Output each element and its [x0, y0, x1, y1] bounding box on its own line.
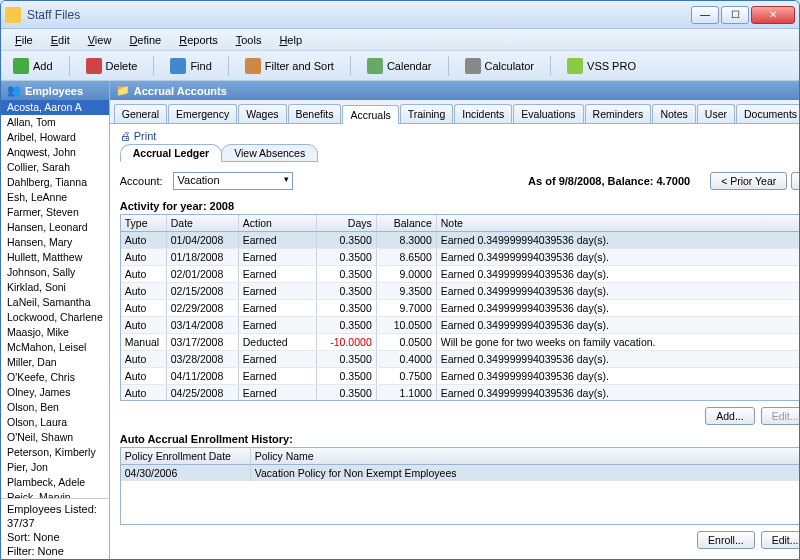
- main-title: Accrual Accounts: [134, 85, 227, 97]
- activity-row[interactable]: Auto03/14/2008Earned0.350010.0500Earned …: [121, 317, 800, 334]
- account-row: Account: Vacation As of 9/8/2008, Balanc…: [120, 172, 800, 190]
- maximize-button[interactable]: ☐: [721, 6, 749, 24]
- employee-item[interactable]: Kirklad, Soni: [1, 280, 109, 295]
- tab-benefits[interactable]: Benefits: [288, 104, 342, 123]
- prior-year-button[interactable]: < Prior Year: [710, 172, 787, 190]
- activity-row[interactable]: Auto04/11/2008Earned0.35000.7500Earned 0…: [121, 368, 800, 385]
- employee-item[interactable]: Anqwest, John: [1, 145, 109, 160]
- column-days[interactable]: Days: [317, 215, 377, 231]
- tab-training[interactable]: Training: [400, 104, 454, 123]
- employee-item[interactable]: O'Keefe, Chris: [1, 370, 109, 385]
- subtab-accrual-ledger[interactable]: Accrual Ledger: [120, 144, 222, 162]
- tab-evaluations[interactable]: Evaluations: [513, 104, 583, 123]
- toolbar-delete[interactable]: Delete: [80, 56, 144, 76]
- employee-list[interactable]: Acosta, Aaron AAllan, TomAribel, HowardA…: [1, 100, 109, 498]
- sidebar-header: 👥 Employees: [1, 81, 109, 100]
- employee-item[interactable]: McMahon, Leisel: [1, 340, 109, 355]
- menu-view[interactable]: View: [80, 32, 120, 48]
- activity-row[interactable]: Auto02/15/2008Earned0.35009.3500Earned 0…: [121, 283, 800, 300]
- column-note[interactable]: Note: [437, 215, 800, 231]
- tab-documents[interactable]: Documents: [736, 104, 800, 123]
- column-date[interactable]: Date: [167, 215, 239, 231]
- menu-tools[interactable]: Tools: [228, 32, 270, 48]
- history-body[interactable]: 04/30/2006Vacation Policy for Non Exempt…: [121, 465, 800, 524]
- activity-row[interactable]: Auto03/28/2008Earned0.35000.4000Earned 0…: [121, 351, 800, 368]
- employee-sidebar: 👥 Employees Acosta, Aaron AAllan, TomAri…: [1, 81, 110, 560]
- add-icon: [13, 58, 29, 74]
- tab-emergency[interactable]: Emergency: [168, 104, 237, 123]
- subtab-view-absences[interactable]: View Absences: [221, 144, 318, 162]
- tab-accruals[interactable]: Accruals: [342, 105, 398, 124]
- toolbar-calculator[interactable]: Calculator: [459, 56, 541, 76]
- employee-item[interactable]: Aribel, Howard: [1, 130, 109, 145]
- menu-define[interactable]: Define: [121, 32, 169, 48]
- employee-item[interactable]: Collier, Sarah: [1, 160, 109, 175]
- history-column[interactable]: Policy Name: [251, 448, 800, 464]
- employee-item[interactable]: Plambeck, Adele: [1, 475, 109, 490]
- employee-item[interactable]: Hullett, Matthew: [1, 250, 109, 265]
- employee-item[interactable]: Esh, LeAnne: [1, 190, 109, 205]
- column-balance[interactable]: Balance: [377, 215, 437, 231]
- column-action[interactable]: Action: [239, 215, 317, 231]
- employee-item[interactable]: Johnson, Sally: [1, 265, 109, 280]
- employee-item[interactable]: LaNeil, Samantha: [1, 295, 109, 310]
- app-icon: [5, 7, 21, 23]
- activity-row[interactable]: Auto04/25/2008Earned0.35001.1000Earned 0…: [121, 385, 800, 400]
- activity-row[interactable]: Auto02/29/2008Earned0.35009.7000Earned 0…: [121, 300, 800, 317]
- sidebar-footer: Employees Listed: 37/37 Sort: None Filte…: [1, 498, 109, 560]
- toolbar-filter-and-sort[interactable]: Filter and Sort: [239, 56, 340, 76]
- employee-item[interactable]: Olson, Ben: [1, 400, 109, 415]
- employee-item[interactable]: O'Neil, Shawn: [1, 430, 109, 445]
- activity-row[interactable]: Auto02/01/2008Earned0.35009.0000Earned 0…: [121, 266, 800, 283]
- tab-incidents[interactable]: Incidents: [454, 104, 512, 123]
- menu-reports[interactable]: Reports: [171, 32, 226, 48]
- toolbar-add[interactable]: Add: [7, 56, 59, 76]
- toolbar-find[interactable]: Find: [164, 56, 217, 76]
- employee-item[interactable]: Pier, Jon: [1, 460, 109, 475]
- toolbar-vss-pro[interactable]: VSS PRO: [561, 56, 642, 76]
- account-select[interactable]: Vacation: [173, 172, 293, 190]
- toolbar: AddDeleteFindFilter and SortCalendarCalc…: [1, 51, 799, 81]
- window-controls: — ☐ ✕: [691, 6, 795, 24]
- activity-row[interactable]: Auto01/18/2008Earned0.35008.6500Earned 0…: [121, 249, 800, 266]
- employee-item[interactable]: Olney, James: [1, 385, 109, 400]
- employee-item[interactable]: Hansen, Leonard: [1, 220, 109, 235]
- edit-history-button[interactable]: Edit...: [761, 531, 800, 549]
- menubar: FileEditViewDefineReportsToolsHelp: [1, 29, 799, 51]
- edit-row-button[interactable]: Edit...: [761, 407, 800, 425]
- activity-row[interactable]: Auto01/04/2008Earned0.35008.3000Earned 0…: [121, 232, 800, 249]
- grid-body[interactable]: Auto01/04/2008Earned0.35008.3000Earned 0…: [121, 232, 800, 400]
- toolbar-calendar[interactable]: Calendar: [361, 56, 438, 76]
- tab-reminders[interactable]: Reminders: [585, 104, 652, 123]
- menu-help[interactable]: Help: [271, 32, 310, 48]
- employee-item[interactable]: Lockwood, Charlene: [1, 310, 109, 325]
- employee-item[interactable]: Miller, Dan: [1, 355, 109, 370]
- menu-edit[interactable]: Edit: [43, 32, 78, 48]
- minimize-button[interactable]: —: [691, 6, 719, 24]
- year-nav: < Prior Year Next Year >: [710, 172, 800, 190]
- employee-item[interactable]: Acosta, Aaron A: [1, 100, 109, 115]
- next-year-button[interactable]: Next Year >: [791, 172, 800, 190]
- grid-header: TypeDateActionDaysBalanceNote: [121, 215, 800, 232]
- tab-general[interactable]: General: [114, 104, 167, 123]
- employee-item[interactable]: Farmer, Steven: [1, 205, 109, 220]
- history-column[interactable]: Policy Enrollment Date: [121, 448, 251, 464]
- tab-wages[interactable]: Wages: [238, 104, 286, 123]
- employee-item[interactable]: Olson, Laura: [1, 415, 109, 430]
- close-button[interactable]: ✕: [751, 6, 795, 24]
- print-link[interactable]: 🖨 Print: [120, 130, 800, 142]
- tab-notes[interactable]: Notes: [652, 104, 695, 123]
- employee-item[interactable]: Maasjo, Mike: [1, 325, 109, 340]
- employee-item[interactable]: Dahlberg, Tianna: [1, 175, 109, 190]
- enroll-button[interactable]: Enroll...: [697, 531, 755, 549]
- column-type[interactable]: Type: [121, 215, 167, 231]
- employee-item[interactable]: Allan, Tom: [1, 115, 109, 130]
- menu-file[interactable]: File: [7, 32, 41, 48]
- history-row[interactable]: 04/30/2006Vacation Policy for Non Exempt…: [121, 465, 800, 481]
- employee-item[interactable]: Reick, Marvin: [1, 490, 109, 498]
- activity-row[interactable]: Manual03/17/2008Deducted-10.00000.0500Wi…: [121, 334, 800, 351]
- employee-item[interactable]: Hansen, Mary: [1, 235, 109, 250]
- employee-item[interactable]: Peterson, Kimberly: [1, 445, 109, 460]
- add-row-button[interactable]: Add...: [705, 407, 754, 425]
- tab-user[interactable]: User: [697, 104, 735, 123]
